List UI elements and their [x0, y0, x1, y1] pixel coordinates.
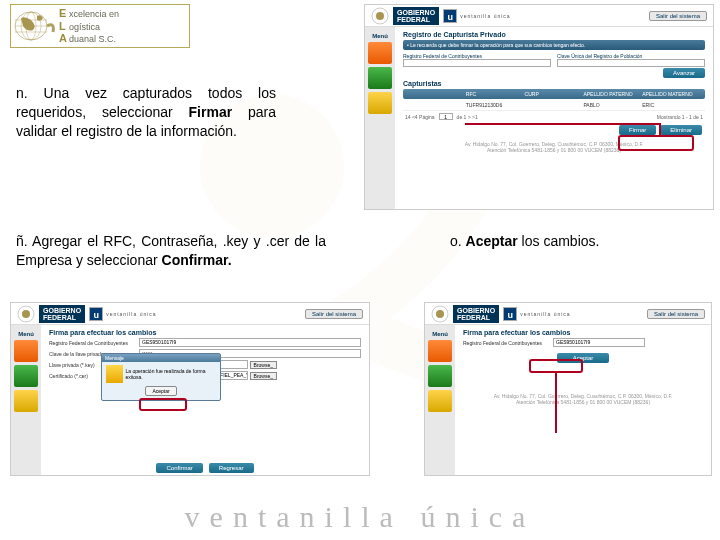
panel-title: Firma para efectuar los cambios: [49, 329, 361, 336]
rfc-input[interactable]: [403, 59, 551, 67]
sidebar-estatus[interactable]: [428, 390, 452, 412]
eliminar-button[interactable]: Eliminar: [660, 125, 702, 135]
vu-logo: u: [443, 9, 457, 23]
app-header: GOBIERNOFEDERAL u ventanilla única Salir…: [365, 5, 713, 27]
sidebar-inicio[interactable]: [14, 340, 38, 362]
firmar-button[interactable]: Firmar: [619, 125, 656, 135]
screenshot-registro: GOBIERNOFEDERAL u ventanilla única Salir…: [364, 4, 714, 210]
dialog-aceptar-button[interactable]: Aceptar: [145, 386, 176, 396]
callout-aceptar: [529, 359, 583, 373]
browse-key-button[interactable]: Browse_: [250, 361, 277, 369]
sidebar-inicio[interactable]: [368, 42, 392, 64]
regresar-button[interactable]: Regresar: [209, 463, 254, 473]
screenshot-aceptar: GOBIERNOFEDERAL u ventanilla única Salir…: [424, 302, 712, 476]
instruction-nn: ñ. Agregar el RFC, Contraseña, .key y .c…: [16, 232, 326, 270]
gov-seal-icon: [17, 305, 35, 323]
browse-cer-button[interactable]: Browse_: [250, 372, 277, 380]
rfc-field[interactable]: GES9501017I9: [553, 338, 645, 347]
svg-point-10: [22, 310, 30, 318]
gov-seal-icon: [431, 305, 449, 323]
instruction-o: o. Aceptar los cambios.: [450, 232, 650, 251]
svg-point-12: [436, 310, 444, 318]
app-header: GOBIERNOFEDERAL u ventanilla única Salir…: [425, 303, 711, 325]
salir-button[interactable]: Salir del sistema: [305, 309, 363, 319]
sidebar-estatus[interactable]: [368, 92, 392, 114]
globe-icon: [13, 8, 55, 44]
svg-point-8: [376, 12, 384, 20]
sidebar-registro[interactable]: [428, 365, 452, 387]
callout-aceptar-dialog: [139, 398, 187, 411]
panel-title: Registro de Capturista Privado: [403, 31, 705, 38]
callout-firmar: [618, 135, 694, 151]
curp-input[interactable]: [557, 59, 705, 67]
confirmar-button[interactable]: Confirmar: [156, 463, 202, 473]
salir-button[interactable]: Salir del sistema: [647, 309, 705, 319]
table-row[interactable]: TUFR912130D6PABLOERIC: [403, 100, 705, 111]
sidebar-estatus[interactable]: [14, 390, 38, 412]
instruction-n: n. Una vez capturados todos los requerid…: [16, 84, 276, 141]
success-dialog: Mensaje La operación fue realizada de fo…: [101, 353, 221, 401]
vu-logo: u: [503, 307, 517, 321]
sidebar: Menú: [365, 27, 395, 209]
sidebar: Menú: [425, 325, 455, 475]
salir-button[interactable]: Salir del sistema: [649, 11, 707, 21]
footer-watermark-text: ventanilla única: [0, 500, 720, 534]
avanzar-button[interactable]: Avanzar: [663, 68, 705, 78]
gov-seal-icon: [371, 7, 389, 25]
sidebar-registro[interactable]: [14, 365, 38, 387]
pagination: 14 <4 Página de 1 > >1 Mostrando 1 - 1 d…: [403, 111, 705, 122]
company-logo: Excelencia en Logística Aduanal S.C.: [10, 4, 190, 48]
sidebar-inicio[interactable]: [428, 340, 452, 362]
reminder-bar: • Le recuerda que debe firmar la operaci…: [403, 40, 705, 50]
screenshot-firma: GOBIERNOFEDERAL u ventanilla única Salir…: [10, 302, 370, 476]
table-header: RFCCURPAPELLIDO PATERNOAPELLIDO MATERNO: [403, 89, 705, 99]
sidebar-registro[interactable]: [368, 67, 392, 89]
page-input[interactable]: [439, 113, 453, 120]
sidebar: Menú: [11, 325, 41, 475]
rfc-field[interactable]: GES9501017I9: [139, 338, 361, 347]
vu-logo: u: [89, 307, 103, 321]
panel-title: Firma para efectuar los cambios: [463, 329, 703, 336]
app-header: GOBIERNOFEDERAL u ventanilla única Salir…: [11, 303, 369, 325]
warning-icon: [106, 365, 123, 383]
